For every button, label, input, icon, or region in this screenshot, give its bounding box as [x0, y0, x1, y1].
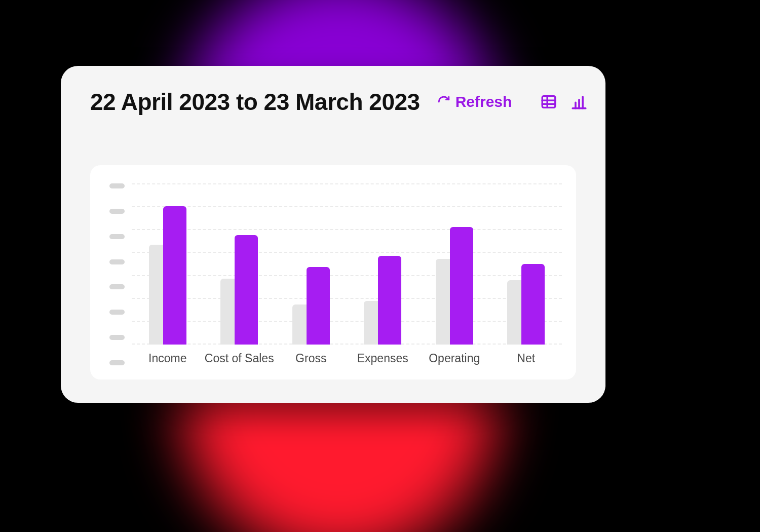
bar-current [307, 267, 330, 345]
bar-current [378, 256, 401, 345]
date-range-title: 22 April 2023 to 23 March 2023 [90, 88, 420, 116]
bar-group [216, 183, 262, 345]
y-tick [109, 183, 125, 188]
chart-panel: IncomeCost of SalesGrossExpensesOperatin… [90, 165, 576, 379]
svg-rect-0 [543, 96, 556, 108]
y-tick [109, 284, 125, 289]
y-tick [109, 209, 125, 214]
bar-group [360, 183, 405, 345]
bar-group [432, 183, 477, 345]
bar-current [235, 235, 258, 345]
plot-wrap: IncomeCost of SalesGrossExpensesOperatin… [132, 183, 562, 365]
x-label: Cost of Sales [204, 352, 275, 365]
x-label: Expenses [347, 352, 418, 365]
bar-current [521, 264, 545, 345]
chart-area: IncomeCost of SalesGrossExpensesOperatin… [104, 183, 562, 365]
y-tick [109, 360, 125, 365]
bar-group [288, 183, 334, 345]
x-label: Net [490, 352, 561, 365]
table-view-button[interactable] [540, 93, 557, 110]
card-header: 22 April 2023 to 23 March 2023 Refresh [61, 66, 605, 116]
x-axis-labels: IncomeCost of SalesGrossExpensesOperatin… [132, 345, 562, 365]
report-card: 22 April 2023 to 23 March 2023 Refresh [61, 66, 605, 403]
bars-row [132, 183, 562, 345]
refresh-button[interactable]: Refresh [437, 93, 512, 110]
x-label: Gross [276, 352, 347, 365]
bar-current [163, 206, 186, 345]
bar-chart-icon [571, 93, 588, 110]
y-axis-ticks [104, 183, 132, 365]
y-tick [109, 310, 125, 315]
view-toggle [540, 93, 588, 110]
stage: 22 April 2023 to 23 March 2023 Refresh [0, 0, 760, 532]
bar-group [503, 183, 549, 345]
y-tick [109, 335, 125, 340]
y-tick [109, 234, 125, 239]
x-label: Operating [419, 352, 490, 365]
bar-current [450, 227, 473, 345]
x-label: Income [132, 352, 203, 365]
y-tick [109, 259, 125, 264]
bar-group [145, 183, 191, 345]
refresh-label: Refresh [455, 93, 512, 110]
plot [132, 183, 562, 345]
refresh-icon [437, 95, 450, 108]
table-icon [540, 93, 557, 110]
chart-view-button[interactable] [571, 93, 588, 110]
